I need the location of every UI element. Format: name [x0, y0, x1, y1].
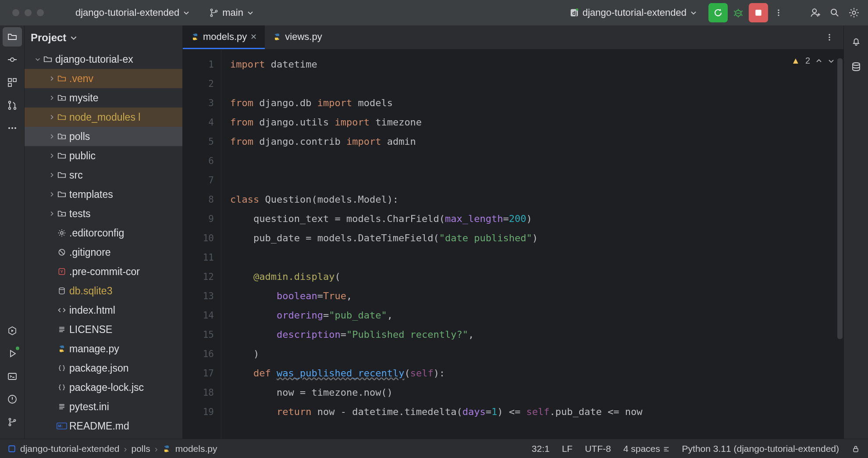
expand-chevron-icon[interactable]: [47, 95, 56, 101]
line-number[interactable]: 10: [183, 229, 214, 248]
breadcrumb-item[interactable]: polls: [132, 444, 150, 454]
stop-button[interactable]: [749, 3, 768, 22]
expand-chevron-icon[interactable]: [47, 191, 56, 197]
line-number[interactable]: 16: [183, 344, 214, 364]
line-number[interactable]: 2: [183, 74, 214, 93]
tree-item[interactable]: public: [25, 146, 182, 165]
folder-icon: [56, 112, 68, 122]
warning-circle-icon: [7, 394, 18, 404]
more-actions-button[interactable]: [769, 3, 788, 22]
tree-item[interactable]: .venv: [25, 69, 182, 88]
lock-icon[interactable]: [851, 444, 860, 453]
project-panel-header[interactable]: Project: [25, 25, 182, 50]
settings-button[interactable]: [844, 3, 864, 22]
line-number[interactable]: 6: [183, 151, 214, 171]
search-everywhere-button[interactable]: [825, 3, 844, 22]
expand-chevron-icon[interactable]: [47, 133, 56, 140]
tree-item[interactable]: pytest.ini: [25, 397, 182, 416]
maximize-window-icon[interactable]: [37, 9, 44, 16]
line-separator[interactable]: LF: [562, 444, 573, 454]
breadcrumb-item[interactable]: models.py: [175, 444, 217, 454]
tree-item[interactable]: .gitignore: [25, 243, 182, 262]
code-with-me-button[interactable]: [806, 3, 825, 22]
expand-chevron-icon[interactable]: [33, 56, 42, 62]
problems-tool-button[interactable]: [3, 390, 22, 409]
minimize-window-icon[interactable]: [25, 9, 32, 16]
tree-item[interactable]: db.sqlite3: [25, 281, 182, 301]
tree-item[interactable]: polls: [25, 127, 182, 146]
code-content[interactable]: import datetimefrom django.db import mod…: [221, 50, 843, 439]
line-number[interactable]: 3: [183, 93, 214, 113]
file-encoding[interactable]: UTF-8: [585, 444, 611, 454]
close-window-icon[interactable]: [12, 9, 19, 16]
line-number[interactable]: 19: [183, 402, 214, 422]
editor-tab[interactable]: models.py✕: [183, 25, 265, 49]
editor-scrollbar[interactable]: [837, 58, 843, 339]
line-number[interactable]: 14: [183, 306, 214, 325]
notifications-button[interactable]: [847, 32, 866, 51]
project-tool-button[interactable]: [3, 27, 22, 47]
rerun-button[interactable]: [708, 3, 728, 22]
tree-item[interactable]: manage.py: [25, 339, 182, 358]
expand-chevron-icon[interactable]: [47, 153, 56, 159]
line-number[interactable]: 4: [183, 113, 214, 132]
indent-setting[interactable]: 4 spaces: [623, 444, 670, 454]
tree-item[interactable]: .editorconfig: [25, 223, 182, 243]
expand-chevron-icon[interactable]: [47, 172, 56, 178]
tree-item[interactable]: LICENSE: [25, 320, 182, 339]
commit-tool-button[interactable]: [3, 50, 22, 69]
line-number[interactable]: 13: [183, 286, 214, 306]
line-number[interactable]: 9: [183, 209, 214, 229]
services-tool-button[interactable]: [3, 321, 22, 340]
line-number[interactable]: 5: [183, 132, 214, 151]
code-editor[interactable]: 12345678910111213141516171819 import dat…: [183, 50, 843, 439]
project-tree[interactable]: django-tutorial-ex.venvmysitenode_module…: [25, 50, 182, 439]
breadcrumbs[interactable]: django-tutorial-extended › polls › model…: [8, 444, 217, 454]
tree-item[interactable]: package-lock.jsc: [25, 378, 182, 397]
vcs-branch-dropdown[interactable]: main: [203, 4, 260, 21]
structure-tool-button[interactable]: [3, 73, 22, 92]
inspection-widget[interactable]: ▲ 2: [791, 56, 835, 66]
debug-button[interactable]: [729, 3, 748, 22]
terminal-tool-button[interactable]: [3, 367, 22, 386]
tree-item[interactable]: index.html: [25, 301, 182, 320]
vcs-tool-button[interactable]: [3, 412, 22, 432]
close-tab-icon[interactable]: ✕: [250, 32, 257, 42]
expand-chevron-icon[interactable]: [47, 211, 56, 217]
editor-tab[interactable]: views.py: [265, 25, 330, 49]
line-number[interactable]: 17: [183, 364, 214, 383]
svg-rect-43: [9, 446, 15, 452]
tree-item[interactable]: node_modules l: [25, 107, 182, 127]
editor-gutter[interactable]: 12345678910111213141516171819: [183, 50, 221, 439]
markdown-icon: M↓: [56, 422, 68, 429]
chevron-up-icon[interactable]: [815, 57, 822, 64]
breadcrumb-item[interactable]: django-tutorial-extended: [20, 444, 120, 454]
line-number[interactable]: 11: [183, 248, 214, 267]
tree-item[interactable]: package.json: [25, 358, 182, 378]
chevron-down-icon[interactable]: [828, 57, 835, 64]
pull-requests-tool-button[interactable]: [3, 96, 22, 115]
database-tool-button[interactable]: [847, 57, 866, 76]
tree-item[interactable]: mysite: [25, 88, 182, 107]
run-config-dropdown[interactable]: dj django-tutorial-extended: [563, 4, 703, 21]
tab-options-button[interactable]: [820, 28, 839, 47]
python-interpreter[interactable]: Python 3.11 (django-tutorial-extended): [682, 444, 839, 454]
tree-item[interactable]: src: [25, 165, 182, 185]
line-number[interactable]: 1: [183, 55, 214, 74]
tree-item[interactable]: M↓README.md: [25, 416, 182, 436]
expand-chevron-icon[interactable]: [47, 75, 56, 82]
run-tool-button[interactable]: [3, 344, 22, 363]
line-number[interactable]: 8: [183, 190, 214, 209]
caret-position[interactable]: 32:1: [532, 444, 550, 454]
project-dropdown[interactable]: django-tutorial-extended: [69, 4, 196, 21]
line-number[interactable]: 18: [183, 383, 214, 402]
more-tool-windows-button[interactable]: [3, 118, 22, 138]
tree-item[interactable]: templates: [25, 185, 182, 204]
line-number[interactable]: 15: [183, 325, 214, 344]
tree-item[interactable]: django-tutorial-ex: [25, 50, 182, 69]
tree-item[interactable]: Y.pre-commit-cor: [25, 262, 182, 281]
line-number[interactable]: 12: [183, 267, 214, 286]
expand-chevron-icon[interactable]: [47, 114, 56, 120]
line-number[interactable]: 7: [183, 171, 214, 190]
tree-item[interactable]: tests: [25, 204, 182, 223]
